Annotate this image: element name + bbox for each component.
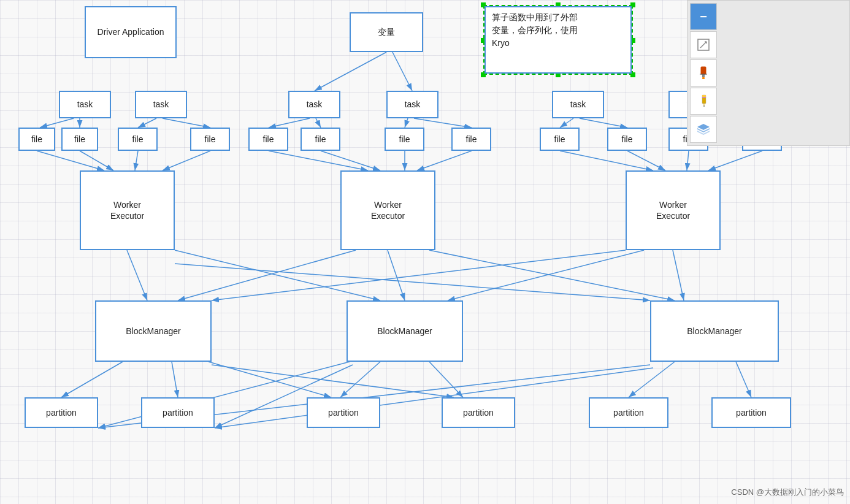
svg-rect-59 [702, 97, 706, 98]
part6-box: partition [711, 397, 791, 428]
layers-button[interactable] [690, 116, 717, 143]
svg-line-40 [340, 362, 380, 397]
part3-box: partition [307, 397, 380, 428]
file4-box: file [190, 128, 230, 151]
svg-line-35 [212, 250, 626, 300]
svg-line-7 [269, 118, 310, 128]
pencil-icon [696, 94, 711, 109]
svg-rect-54 [702, 77, 705, 79]
svg-line-23 [560, 151, 653, 170]
bm1-box: BlockManager [95, 300, 212, 362]
svg-line-6 [163, 118, 210, 128]
svg-line-42 [629, 362, 675, 397]
tooltip-text: 算子函数中用到了外部变量，会序列化，使用Kryo [492, 12, 578, 48]
svg-line-19 [269, 151, 368, 170]
svg-line-38 [209, 362, 331, 397]
svg-line-27 [127, 250, 147, 300]
task4-box: task [386, 91, 438, 118]
layers-icon [696, 122, 711, 137]
worker1-box: WorkerExecutor [80, 170, 175, 250]
task3-box: task [288, 91, 340, 118]
file3-box: file [118, 128, 158, 151]
svg-rect-53 [702, 74, 705, 77]
svg-line-15 [37, 151, 104, 170]
svg-line-1 [315, 52, 386, 91]
tooltip-box: 算子函数中用到了外部变量，会序列化，使用Kryo [484, 6, 632, 74]
part1-box: partition [25, 397, 98, 428]
svg-line-24 [627, 151, 665, 170]
svg-line-16 [80, 151, 113, 170]
paint-icon [696, 66, 711, 80]
svg-line-2 [392, 52, 412, 91]
task5-box: task [552, 91, 604, 118]
svg-line-33 [448, 250, 644, 300]
svg-line-9 [405, 118, 408, 128]
svg-line-22 [417, 151, 472, 170]
svg-line-17 [135, 151, 138, 170]
svg-line-25 [687, 151, 689, 170]
svg-line-39 [212, 365, 454, 397]
bm2-box: BlockManager [347, 300, 463, 362]
driver-application-label: Driver Application [98, 26, 164, 37]
task2-box: task [135, 91, 187, 118]
bm3-box: BlockManager [650, 300, 779, 362]
svg-line-43 [736, 362, 751, 397]
file1-box: file [18, 128, 55, 151]
watermark: CSDN @大数据刚入门的小菜鸟 [731, 487, 844, 498]
pencil-button[interactable] [690, 88, 717, 115]
svg-line-28 [388, 250, 405, 300]
svg-line-45 [215, 368, 653, 428]
worker2-box: WorkerExecutor [340, 170, 435, 250]
file9-box: file [540, 128, 580, 151]
file10-box: file [607, 128, 647, 151]
svg-line-11 [560, 118, 573, 128]
toolbar: − [687, 0, 850, 146]
svg-line-26 [708, 151, 762, 170]
part4-box: partition [442, 397, 515, 428]
svg-line-8 [316, 118, 321, 128]
task1-box: task [59, 91, 111, 118]
svg-line-30 [175, 250, 380, 300]
svg-rect-52 [701, 67, 706, 74]
file6-box: file [301, 128, 340, 151]
minus-icon: − [700, 10, 707, 24]
svg-line-20 [321, 151, 380, 170]
part2-box: partition [141, 397, 215, 428]
svg-line-18 [163, 151, 210, 170]
svg-line-31 [178, 250, 356, 300]
svg-line-36 [61, 362, 123, 397]
svg-line-5 [138, 118, 156, 128]
edit-icon [696, 37, 711, 52]
zoom-out-button[interactable]: − [690, 3, 717, 30]
variable-box: 变量 [350, 12, 423, 52]
svg-line-41 [429, 362, 463, 397]
worker3-box: WorkerExecutor [626, 170, 721, 250]
driver-application-box: Driver Application [85, 6, 177, 58]
file8-box: file [451, 128, 491, 151]
svg-line-34 [175, 264, 650, 300]
svg-line-10 [414, 118, 472, 128]
file7-box: file [385, 128, 424, 151]
svg-line-32 [429, 250, 675, 300]
svg-line-12 [580, 118, 627, 128]
svg-line-3 [40, 118, 74, 128]
file2-box: file [61, 128, 98, 151]
paint-button[interactable] [690, 59, 717, 86]
svg-line-49 [700, 42, 706, 48]
variable-label: 变量 [378, 26, 395, 37]
diagram-canvas: Driver Application 变量 task task task tas… [0, 0, 850, 504]
svg-line-37 [172, 362, 178, 397]
file5-box: file [248, 128, 288, 151]
part5-box: partition [589, 397, 668, 428]
svg-line-29 [673, 250, 684, 300]
edit-button[interactable] [690, 31, 717, 58]
svg-rect-58 [702, 95, 706, 97]
